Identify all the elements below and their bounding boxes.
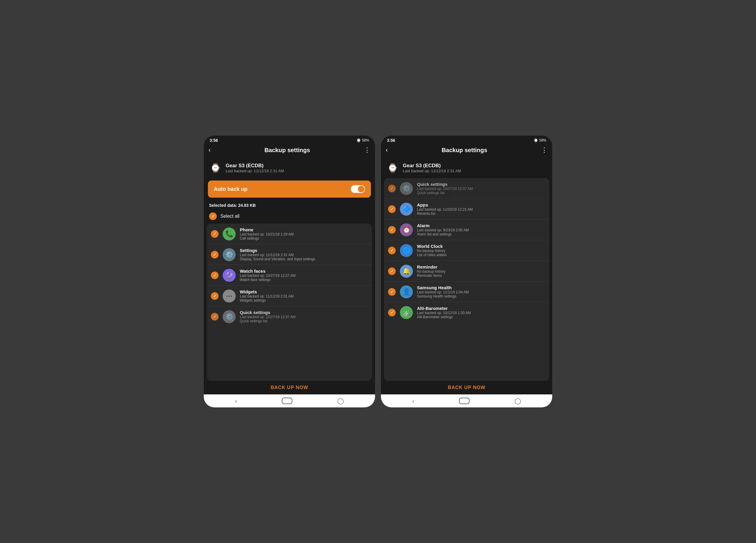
icon-qs2: ⚙️ [400, 182, 413, 195]
nav-home-1[interactable] [282, 398, 292, 404]
name-watchfaces: Watch faces [240, 268, 368, 274]
list-item-settings[interactable]: ✓ ⚙️ Settings Last backed up: 11/12/19 2… [207, 244, 372, 265]
backup-time-altibarometer: Last backed up: 10/12/19 1:30 AM [417, 311, 545, 315]
status-time-2: 3:56 [387, 138, 395, 143]
list-item-widgets[interactable]: ✓ ⋯ Widgets Last backed up: 11/12/19 2:3… [207, 286, 372, 307]
name-widgets: Widgets [240, 289, 368, 294]
list-item-altibarometer[interactable]: ✓ ⛰️ Alti-Barometer Last backed up: 10/1… [384, 302, 549, 323]
list-item-phone[interactable]: ✓ 📞 Phone Last backed up: 10/21/19 1:29 … [207, 224, 372, 244]
device-name-1: Gear S3 (ECDB) [226, 163, 284, 169]
back-up-now-button-2[interactable]: BACK UP NOW [448, 385, 485, 390]
backup-time-apps: Last backed up: 11/10/19 12:21 AM [417, 207, 545, 211]
check-watchfaces: ✓ [211, 272, 219, 279]
name-altibarometer: Alti-Barometer [417, 306, 545, 311]
list-item-watchfaces[interactable]: ✓ 🔮 Watch faces Last backed up: 10/27/19… [207, 265, 372, 286]
icon-settings: ⚙️ [223, 248, 236, 261]
status-icons-2: ⌚ 58% [534, 138, 546, 142]
toggle-knob-1 [358, 186, 364, 192]
info-worldclock: World Clock No backup history List of ci… [417, 244, 545, 257]
backup-time-alarm: Last backed up: 9/23/18 2:05 AM [417, 228, 545, 232]
desc-quicksettings: Quick settings list [240, 319, 368, 323]
list-item-health[interactable]: ✓ 👤 Samsung Health Last backed up: 11/1/… [384, 282, 549, 302]
nav-back-1[interactable]: ‹ [235, 398, 237, 405]
back-button-2[interactable]: ‹ [386, 146, 388, 154]
device-backup-time-1: Last backed up: 11/12/19 2:31 AM [226, 169, 284, 173]
icon-phone: 📞 [223, 227, 236, 240]
info-apps: Apps Last backed up: 11/10/19 12:21 AM R… [417, 202, 545, 216]
desc-settings: Display, Sound and Vibration, and Input … [240, 257, 368, 261]
backup-time-watchfaces: Last backed up: 10/27/19 12:37 AM [240, 274, 368, 278]
info-quicksettings: Quick settings Last backed up: 10/27/19 … [240, 310, 368, 323]
icon-altibarometer: ⛰️ [400, 306, 413, 319]
desc-health: Samsung Health settings [417, 294, 545, 299]
check-altibarometer: ✓ [388, 309, 396, 317]
icon-quicksettings: ⚙️ [223, 310, 236, 323]
backup-time-reminder: No backup history [417, 269, 545, 274]
icon-apps: 🔷 [400, 203, 413, 216]
more-options-1[interactable]: ⋮ [364, 146, 370, 154]
nav-recents-2[interactable]: ◯ [514, 397, 521, 405]
battery-2: 58% [539, 138, 546, 142]
screen-1: 3:56 ⌚ 58% ‹ Backup settings ⋮ ⌚ Gear S3… [204, 136, 375, 407]
check-settings: ✓ [211, 251, 219, 258]
info-alarm: Alarm Last backed up: 9/23/18 2:05 AM Al… [417, 223, 545, 236]
list-item-apps[interactable]: ✓ 🔷 Apps Last backed up: 11/10/19 12:21 … [384, 199, 549, 219]
desc-apps: Recents list [417, 211, 545, 216]
status-bar-1: 3:56 ⌚ 58% [204, 136, 375, 144]
name-qs2: Quick settings [417, 182, 545, 187]
list-item-qs2[interactable]: ✓ ⚙️ Quick settings Last backed up: 10/2… [384, 178, 549, 199]
icon-health: 👤 [400, 286, 413, 299]
name-worldclock: World Clock [417, 244, 545, 249]
auto-backup-toggle-1[interactable]: Auto back up [208, 180, 371, 198]
backup-time-phone: Last backed up: 10/21/19 1:29 AM [240, 232, 368, 236]
name-quicksettings: Quick settings [240, 310, 368, 315]
nav-back-2[interactable]: ‹ [412, 398, 414, 405]
list-item-worldclock[interactable]: ✓ 🌐 World Clock No backup history List o… [384, 240, 549, 261]
icon-widgets: ⋯ [223, 290, 236, 303]
select-all-label-1: Select all [220, 213, 239, 219]
list-item-quicksettings[interactable]: ✓ ⚙️ Quick settings Last backed up: 10/2… [207, 307, 372, 327]
name-phone: Phone [240, 227, 368, 232]
top-bar-2: ‹ Backup settings ⋮ [381, 144, 552, 157]
name-reminder: Reminder [417, 264, 545, 269]
name-alarm: Alarm [417, 223, 545, 228]
check-alarm: ✓ [388, 226, 396, 234]
nav-recents-1[interactable]: ◯ [337, 397, 344, 405]
desc-worldclock: List of cities added [417, 253, 545, 257]
desc-alarm: Alarm list and settings [417, 232, 545, 236]
icon-watchfaces: 🔮 [223, 269, 236, 282]
select-all-check-1: ✓ [209, 212, 217, 220]
bottom-bar-1: BACK UP NOW [204, 381, 375, 394]
toggle-switch-1[interactable] [351, 185, 365, 193]
check-quicksettings: ✓ [211, 313, 219, 321]
nav-home-2[interactable] [459, 398, 470, 404]
check-health: ✓ [388, 288, 396, 296]
backup-time-health: Last backed up: 11/1/19 1:04 AM [417, 290, 545, 294]
select-all-row-1[interactable]: ✓ Select all [204, 209, 375, 224]
desc-phone: Call settings [240, 236, 368, 240]
info-altibarometer: Alti-Barometer Last backed up: 10/12/19 … [417, 306, 545, 319]
backup-time-settings: Last backed up: 11/12/19 2:31 AM [240, 253, 368, 257]
items-list-2: ✓ ⚙️ Quick settings Last backed up: 10/2… [384, 178, 549, 381]
icon-worldclock: 🌐 [400, 244, 413, 257]
backup-time-widgets: Last backed up: 11/12/19 2:31 AM [240, 294, 368, 299]
info-health: Samsung Health Last backed up: 11/1/19 1… [417, 285, 545, 299]
name-apps: Apps [417, 202, 545, 207]
device-icon-2: ⌚ [386, 162, 399, 174]
back-button-1[interactable]: ‹ [208, 146, 211, 154]
more-options-2[interactable]: ⋮ [541, 146, 548, 154]
desc-qs2: Quick settings list [417, 191, 545, 195]
device-backup-time-2: Last backed up: 11/12/19 2:31 AM [403, 169, 461, 173]
device-icon-1: ⌚ [209, 162, 221, 174]
list-item-alarm[interactable]: ✓ ⏰ Alarm Last backed up: 9/23/18 2:05 A… [384, 219, 549, 240]
list-item-reminder[interactable]: ✓ 🔔 Reminder No backup history Reminder … [384, 261, 549, 282]
desc-altibarometer: Alti-Barometer settings [417, 315, 545, 319]
check-worldclock: ✓ [388, 247, 396, 254]
info-phone: Phone Last backed up: 10/21/19 1:29 AM C… [240, 227, 368, 240]
info-qs2: Quick settings Last backed up: 10/27/19 … [417, 182, 545, 195]
name-health: Samsung Health [417, 285, 545, 290]
check-phone: ✓ [211, 230, 219, 238]
backup-time-quicksettings: Last backed up: 10/27/19 12:37 AM [240, 315, 368, 319]
items-list-1: ✓ 📞 Phone Last backed up: 10/21/19 1:29 … [207, 224, 372, 381]
back-up-now-button-1[interactable]: BACK UP NOW [271, 385, 308, 390]
